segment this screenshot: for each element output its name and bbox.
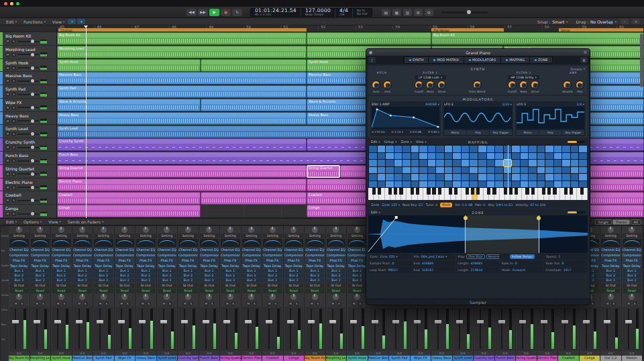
mute-button[interactable]: M xyxy=(140,301,145,306)
mute-button[interactable]: M xyxy=(309,301,314,306)
piano-key-black[interactable] xyxy=(547,188,551,195)
zone-detail-field[interactable]: End:426685 xyxy=(413,260,456,266)
solo-button[interactable]: S xyxy=(210,301,215,306)
send-slot[interactable]: Bus 3 xyxy=(263,278,282,282)
zone-cell[interactable] xyxy=(394,167,402,174)
mute-button[interactable]: M xyxy=(5,39,10,44)
send-slot[interactable]: Bus 3 xyxy=(158,278,177,282)
mute-button[interactable]: M xyxy=(5,79,10,83)
zone-zoom-slider[interactable] xyxy=(568,211,585,213)
channel-strip[interactable]: Setting Channel EQCompressorPhat FXTape … xyxy=(600,226,621,361)
fader-cap[interactable] xyxy=(477,320,484,323)
send-slot[interactable]: Bus 1 xyxy=(115,269,135,273)
fader-cap[interactable] xyxy=(350,320,357,323)
zone-cell[interactable] xyxy=(378,174,386,180)
env-param[interactable]: D 3.10 s xyxy=(392,130,403,134)
section-tab[interactable]: ZONE xyxy=(529,57,552,63)
region[interactable]: Big Room Kit xyxy=(57,32,307,45)
channel-name-chip[interactable]: Out 1-2 xyxy=(600,356,621,361)
audio-fx-slot[interactable]: Compressor xyxy=(221,253,240,258)
zone-cell[interactable] xyxy=(445,174,453,180)
audio-fx-slot[interactable]: Tape Delay xyxy=(242,264,262,268)
piano-key-black[interactable] xyxy=(504,188,507,195)
send-slot[interactable]: Bus 1 xyxy=(158,269,177,273)
mute-button[interactable]: M xyxy=(5,158,10,163)
region[interactable]: Cowbell xyxy=(57,192,201,205)
send-slot[interactable]: Bus 2 xyxy=(94,274,113,278)
output-slot[interactable]: St Out xyxy=(242,283,262,288)
lfo-mode-button[interactable]: Key Trigger xyxy=(562,130,584,135)
audio-fx-slot[interactable]: Channel EQ xyxy=(242,248,262,252)
send-slot[interactable]: Bus 3 xyxy=(200,278,219,282)
gain-knob[interactable] xyxy=(312,227,318,233)
mute-button[interactable]: M xyxy=(204,301,209,306)
zone-cell[interactable] xyxy=(545,167,553,174)
output-slot[interactable]: St Out xyxy=(284,283,304,288)
piano-key-black[interactable] xyxy=(411,188,414,195)
gain-knob[interactable] xyxy=(164,227,170,233)
playhead[interactable] xyxy=(86,25,87,218)
audio-fx-slot[interactable]: Channel EQ xyxy=(623,248,642,252)
mute-button[interactable]: M xyxy=(98,301,103,306)
zone-cell[interactable] xyxy=(428,153,436,160)
output-slot[interactable]: St Out xyxy=(115,283,135,288)
zone-cell[interactable] xyxy=(487,181,495,188)
channel-name-chip[interactable]: Punch Bass xyxy=(495,356,516,361)
lfo-rate-menu[interactable]: 1/4 ▾ xyxy=(576,103,584,106)
piano-key-black[interactable] xyxy=(515,188,518,195)
view-toggle-icon[interactable]: ▥ xyxy=(403,9,412,16)
channel-fader[interactable] xyxy=(432,307,451,351)
zone-cell[interactable] xyxy=(562,160,570,166)
plugin-titlebar[interactable]: Grand Piano ⚙ xyxy=(366,49,590,56)
channel-strip[interactable]: Setting Channel EQCompressorPhat FXTape … xyxy=(51,226,72,361)
output-slot[interactable]: St Out xyxy=(200,283,219,288)
master-volume-slider[interactable] xyxy=(441,11,488,13)
audio-fx-slot[interactable]: Channel EQ xyxy=(94,248,113,252)
audio-fx-slot[interactable]: Channel EQ xyxy=(284,248,304,252)
solo-button[interactable]: S xyxy=(11,105,16,110)
zone-cell[interactable] xyxy=(428,146,436,152)
fader-cap[interactable] xyxy=(160,320,167,323)
transport-button[interactable]: ↻ xyxy=(232,9,242,16)
zone-cell[interactable] xyxy=(495,181,503,188)
send-slot[interactable]: Bus 3 xyxy=(178,278,198,282)
menu-item[interactable]: View▾ xyxy=(416,140,427,144)
env-param[interactable]: A 170 ms xyxy=(372,130,385,134)
send-slot[interactable]: Bus 1 xyxy=(200,269,219,273)
channel-name-chip[interactable]: Morphing Lead xyxy=(326,356,347,361)
zone-cell[interactable] xyxy=(428,181,436,188)
audio-fx-slot[interactable]: Channel EQ xyxy=(327,248,346,252)
zone-cell[interactable] xyxy=(571,181,579,188)
region[interactable]: Massive Bass xyxy=(57,72,307,85)
mute-button[interactable]: M xyxy=(162,301,166,306)
audio-fx-slot[interactable]: Channel EQ xyxy=(115,248,135,252)
zone-cell[interactable] xyxy=(428,160,436,166)
menu-item[interactable]: Edit▾ xyxy=(371,211,380,214)
solo-button[interactable]: S xyxy=(11,52,16,57)
audio-fx-slot[interactable]: Phat FX xyxy=(242,258,262,263)
drag-menu[interactable]: Drag :No Overlap▾ xyxy=(572,19,621,24)
pitch-toggle[interactable]: Pitch xyxy=(440,203,452,207)
audio-fx-slot[interactable]: Tape Delay xyxy=(178,264,198,268)
menu-item[interactable]: View▾ xyxy=(49,19,68,24)
automation-mode-button[interactable]: Read xyxy=(200,289,219,293)
track-volume-slider[interactable] xyxy=(17,120,39,121)
channel-setting-button[interactable]: Setting xyxy=(305,234,325,238)
zone-cell[interactable] xyxy=(562,146,570,152)
zone-cell[interactable] xyxy=(411,167,419,174)
fader-cap[interactable] xyxy=(287,320,294,323)
region[interactable] xyxy=(201,59,307,72)
lfo-wave-display[interactable] xyxy=(517,107,584,129)
zone-cell[interactable] xyxy=(537,181,545,188)
track-header[interactable]: Electric Piano M S xyxy=(0,178,56,192)
pan-knob[interactable] xyxy=(37,294,43,300)
audio-fx-slot[interactable]: Compressor xyxy=(242,253,262,258)
pan-knob[interactable] xyxy=(58,294,64,300)
output-slot[interactable]: St Out xyxy=(601,283,621,288)
channel-strip[interactable]: Setting Channel EQCompressorPhat FXTape … xyxy=(199,226,220,361)
zone-cell[interactable] xyxy=(411,174,419,180)
audio-fx-slot[interactable]: Phat FX xyxy=(9,258,29,263)
arrangement-marker[interactable]: Verse xyxy=(559,28,643,32)
zone-cell[interactable] xyxy=(478,146,486,152)
zone-cell[interactable] xyxy=(521,174,529,180)
